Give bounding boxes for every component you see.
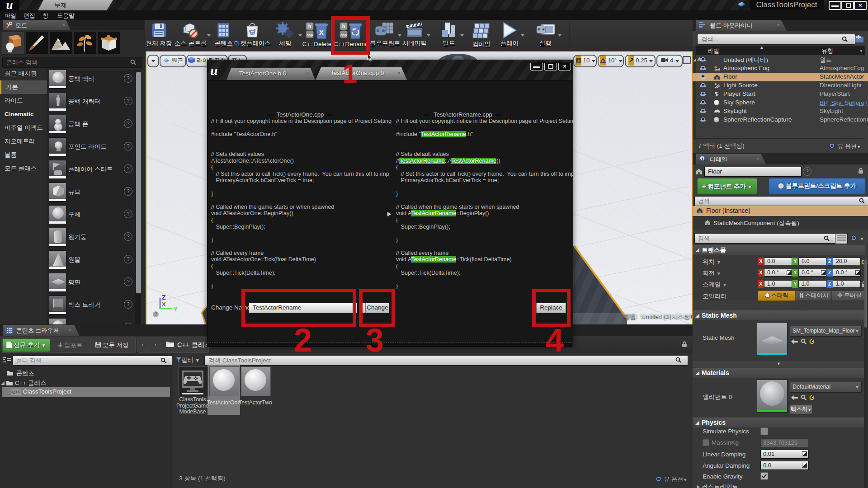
svg-text:X: X bbox=[319, 28, 324, 37]
svg-text:cpp: cpp bbox=[307, 33, 313, 37]
svg-text:h: h bbox=[308, 23, 311, 29]
